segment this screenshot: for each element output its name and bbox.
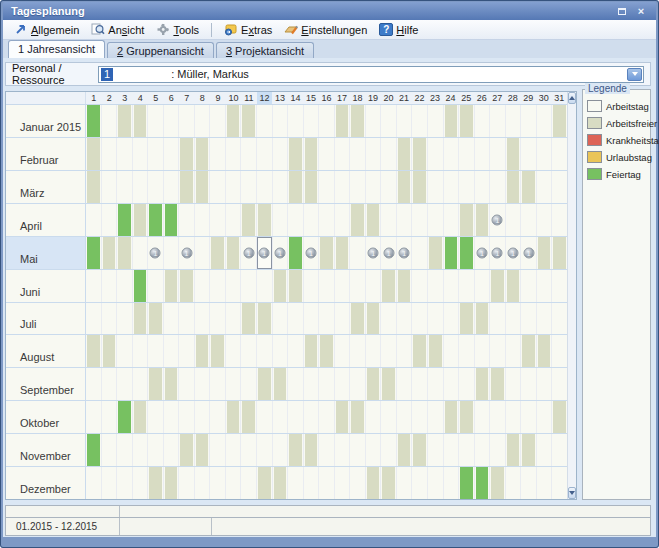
day-cell[interactable] bbox=[86, 401, 102, 433]
day-cell[interactable] bbox=[412, 368, 428, 400]
day-cell[interactable] bbox=[210, 237, 226, 269]
day-cell[interactable] bbox=[195, 270, 211, 302]
day-cell[interactable] bbox=[133, 237, 149, 269]
day-cell[interactable]: 1 bbox=[241, 237, 257, 269]
tab-projektansicht[interactable]: 3 Projektansicht bbox=[216, 42, 314, 58]
day-cell[interactable]: 1 bbox=[304, 237, 320, 269]
day-cell[interactable] bbox=[148, 270, 164, 302]
day-cell[interactable]: 1 bbox=[273, 237, 289, 269]
day-cell[interactable] bbox=[102, 368, 118, 400]
day-cell[interactable] bbox=[366, 105, 382, 137]
day-cell[interactable] bbox=[319, 303, 335, 335]
day-cell[interactable] bbox=[117, 467, 133, 499]
day-cell[interactable] bbox=[521, 171, 537, 203]
day-cell[interactable] bbox=[459, 105, 475, 137]
day-cell[interactable] bbox=[381, 401, 397, 433]
day-cell[interactable] bbox=[552, 105, 567, 137]
day-cell[interactable] bbox=[459, 368, 475, 400]
day-cell[interactable] bbox=[537, 171, 553, 203]
day-cell[interactable] bbox=[319, 401, 335, 433]
day-cell[interactable] bbox=[475, 434, 491, 466]
day-cell[interactable] bbox=[459, 171, 475, 203]
day-cell[interactable] bbox=[506, 434, 522, 466]
day-cell[interactable] bbox=[319, 237, 335, 269]
day-header[interactable]: 10 bbox=[226, 92, 242, 104]
entry-badge[interactable]: 1 bbox=[399, 247, 410, 258]
day-cell[interactable] bbox=[381, 105, 397, 137]
day-cell[interactable] bbox=[117, 401, 133, 433]
day-cell[interactable] bbox=[335, 303, 351, 335]
day-cell[interactable] bbox=[257, 204, 273, 236]
day-cell[interactable] bbox=[412, 467, 428, 499]
day-cell[interactable] bbox=[102, 171, 118, 203]
entry-badge[interactable]: 1 bbox=[274, 247, 285, 258]
day-cell[interactable] bbox=[381, 270, 397, 302]
day-cell[interactable] bbox=[521, 434, 537, 466]
day-cell[interactable] bbox=[226, 171, 242, 203]
day-cell[interactable] bbox=[444, 138, 460, 170]
day-cell[interactable] bbox=[475, 401, 491, 433]
day-cell[interactable] bbox=[381, 335, 397, 367]
day-cell[interactable] bbox=[226, 105, 242, 137]
day-cell[interactable] bbox=[335, 237, 351, 269]
day-cell[interactable] bbox=[226, 467, 242, 499]
day-cell[interactable] bbox=[319, 138, 335, 170]
day-cell[interactable] bbox=[241, 467, 257, 499]
day-cell[interactable] bbox=[288, 303, 304, 335]
day-cell[interactable] bbox=[506, 401, 522, 433]
day-cell[interactable] bbox=[195, 237, 211, 269]
day-cell[interactable] bbox=[241, 434, 257, 466]
day-header[interactable]: 5 bbox=[148, 92, 164, 104]
day-cell[interactable] bbox=[459, 434, 475, 466]
entry-badge[interactable]: 1 bbox=[508, 247, 519, 258]
day-header[interactable]: 12 bbox=[257, 92, 273, 104]
day-cell[interactable] bbox=[179, 401, 195, 433]
day-cell[interactable] bbox=[102, 204, 118, 236]
day-cell[interactable] bbox=[86, 204, 102, 236]
day-cell[interactable] bbox=[366, 368, 382, 400]
day-cell[interactable] bbox=[335, 171, 351, 203]
tab-gruppenansicht[interactable]: 2 Gruppenansicht bbox=[107, 42, 214, 58]
day-cell[interactable] bbox=[335, 138, 351, 170]
day-cell[interactable] bbox=[397, 303, 413, 335]
day-cell[interactable] bbox=[195, 401, 211, 433]
day-cell[interactable] bbox=[288, 368, 304, 400]
day-cell[interactable] bbox=[257, 368, 273, 400]
day-cell[interactable] bbox=[102, 401, 118, 433]
day-cell[interactable] bbox=[179, 105, 195, 137]
day-cell[interactable] bbox=[304, 401, 320, 433]
day-cell[interactable] bbox=[412, 303, 428, 335]
day-cell[interactable] bbox=[133, 270, 149, 302]
day-cell[interactable] bbox=[350, 204, 366, 236]
day-cell[interactable] bbox=[304, 335, 320, 367]
day-cell[interactable] bbox=[319, 270, 335, 302]
day-cell[interactable] bbox=[179, 434, 195, 466]
day-cell[interactable] bbox=[257, 401, 273, 433]
day-cell[interactable] bbox=[319, 368, 335, 400]
day-cell[interactable] bbox=[506, 138, 522, 170]
day-cell[interactable] bbox=[133, 401, 149, 433]
day-header[interactable]: 11 bbox=[241, 92, 257, 104]
day-cell[interactable] bbox=[412, 105, 428, 137]
day-cell[interactable] bbox=[490, 105, 506, 137]
day-cell[interactable] bbox=[102, 335, 118, 367]
day-cell[interactable] bbox=[164, 237, 180, 269]
day-cell[interactable] bbox=[179, 204, 195, 236]
entry-badge[interactable]: 1 bbox=[523, 247, 534, 258]
day-cell[interactable] bbox=[537, 434, 553, 466]
entry-badge[interactable]: 1 bbox=[181, 247, 192, 258]
month-label[interactable]: Dezember bbox=[6, 467, 86, 499]
day-cell[interactable] bbox=[350, 434, 366, 466]
day-cell[interactable] bbox=[102, 270, 118, 302]
day-cell[interactable] bbox=[304, 270, 320, 302]
day-cell[interactable] bbox=[444, 237, 460, 269]
day-cell[interactable] bbox=[226, 434, 242, 466]
day-cell[interactable] bbox=[459, 138, 475, 170]
scroll-down-button[interactable] bbox=[568, 487, 576, 499]
month-label[interactable]: Januar 2015 bbox=[6, 105, 86, 137]
day-cell[interactable] bbox=[350, 401, 366, 433]
day-cell[interactable] bbox=[195, 171, 211, 203]
day-cell[interactable] bbox=[288, 138, 304, 170]
day-cell[interactable] bbox=[273, 335, 289, 367]
day-cell[interactable] bbox=[179, 467, 195, 499]
